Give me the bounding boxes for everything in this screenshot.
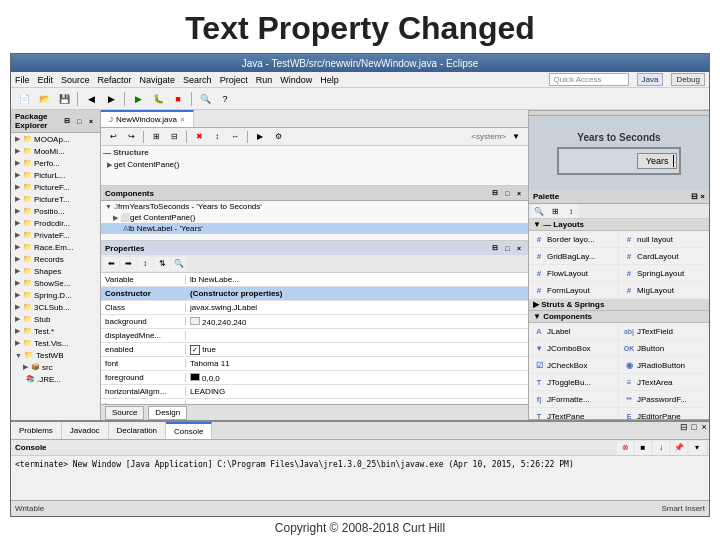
bottom-tab-problems[interactable]: Problems <box>11 422 62 439</box>
palette-item-jtextfield[interactable]: ab| JTextField <box>619 323 709 340</box>
console-scroll-btn[interactable]: ↓ <box>653 441 669 455</box>
maximize-icon[interactable]: □ <box>74 116 84 126</box>
palette-section-components[interactable]: ▼ Components <box>529 311 709 323</box>
console-menu-btn[interactable]: ▾ <box>689 441 705 455</box>
tree-item-picf[interactable]: ▶📁PictureF... <box>11 181 100 193</box>
comp-minimize[interactable]: ⊟ <box>490 188 500 198</box>
tree-item-testvis[interactable]: ▶📁Test.Vis... <box>11 337 100 349</box>
editor-tool-3[interactable]: ⊞ <box>148 130 164 144</box>
toolbar-forward-btn[interactable]: ▶ <box>102 90 120 108</box>
menu-navigate[interactable]: Navigate <box>140 75 176 85</box>
palette-minimize[interactable]: ⊟ <box>691 192 698 201</box>
palette-item-borderlayout[interactable]: # Border layo... <box>529 231 619 248</box>
editor-tool-4[interactable]: ⊟ <box>166 130 182 144</box>
quick-access-input[interactable]: Quick Access <box>549 73 629 86</box>
tree-item-show[interactable]: ▶📁ShowSe... <box>11 277 100 289</box>
palette-item-jcombobox[interactable]: ▾ JComboBox <box>529 340 619 357</box>
editor-tool-delete[interactable]: ✖ <box>191 130 207 144</box>
tree-item-testwb[interactable]: ▼📁TestWB <box>11 349 100 361</box>
tree-item-mooa[interactable]: ▶📁MOOAp... <box>11 133 100 145</box>
close-icon[interactable]: × <box>86 116 96 126</box>
toolbar-stop-btn[interactable]: ■ <box>169 90 187 108</box>
tree-item-pict[interactable]: ▶📁PictureT... <box>11 193 100 205</box>
tree-item-pos[interactable]: ▶📁Positio... <box>11 205 100 217</box>
palette-section-struts[interactable]: ▶ Struts & Springs <box>529 299 709 311</box>
source-tab-source[interactable]: Source <box>105 406 144 420</box>
toolbar-search-btn[interactable]: 🔍 <box>196 90 214 108</box>
menu-refactor[interactable]: Refactor <box>98 75 132 85</box>
tree-item-jre[interactable]: 📚.JRE... <box>11 373 100 385</box>
tree-item-moomi[interactable]: ▶📁MooMi... <box>11 145 100 157</box>
toolbar-new-btn[interactable]: 📄 <box>15 90 33 108</box>
prop-tool-3[interactable]: ↕ <box>137 257 153 271</box>
console-clear-btn[interactable]: ⊗ <box>617 441 633 455</box>
editor-tab-newwindow[interactable]: J NewWindow.java × <box>101 110 194 127</box>
bottom-minimize[interactable]: ⊟ <box>679 422 689 432</box>
editor-tool-5[interactable]: ↕ <box>209 130 225 144</box>
prop-maximize[interactable]: □ <box>502 243 512 253</box>
prop-tool-1[interactable]: ⬅ <box>103 257 119 271</box>
bottom-tab-console[interactable]: Console <box>166 422 212 439</box>
comp-close[interactable]: × <box>514 188 524 198</box>
palette-item-formlayout[interactable]: # FormLayout <box>529 282 619 299</box>
prop-row-background[interactable]: background 240,240,240 <box>101 315 528 329</box>
toolbar-debug-btn[interactable]: 🐛 <box>149 90 167 108</box>
menu-edit[interactable]: Edit <box>38 75 54 85</box>
console-pin-btn[interactable]: 📌 <box>671 441 687 455</box>
palette-item-jradiobutton[interactable]: ◉ JRadioButton <box>619 357 709 374</box>
tree-item-3cl[interactable]: ▶📁3CLSub... <box>11 301 100 313</box>
tree-item-picl[interactable]: ▶📁PicturL... <box>11 169 100 181</box>
palette-item-cardlayout[interactable]: # CardLayout <box>619 248 709 265</box>
tree-item-rec[interactable]: ▶📁Records <box>11 253 100 265</box>
prop-row-class[interactable]: Class javax.swing.JLabel <box>101 301 528 315</box>
toolbar-save-btn[interactable]: 💾 <box>55 90 73 108</box>
menu-window[interactable]: Window <box>280 75 312 85</box>
prop-row-displayedmne[interactable]: displayedMne... <box>101 329 528 343</box>
toolbar-help-btn[interactable]: ? <box>216 90 234 108</box>
tree-item-spring[interactable]: ▶📁Spring.D... <box>11 289 100 301</box>
tree-item-perf[interactable]: ▶📁Perfo... <box>11 157 100 169</box>
palette-item-jeditorpane[interactable]: E JEditorPane <box>619 408 709 420</box>
comp-item-frm[interactable]: ▼J frmYearsToSeconds - 'Years to Seconds… <box>101 201 528 212</box>
toolbar-open-btn[interactable]: 📂 <box>35 90 53 108</box>
palette-item-jlabel[interactable]: A JLabel <box>529 323 619 340</box>
tree-item-shapes[interactable]: ▶📁Shapes <box>11 265 100 277</box>
perspective-java[interactable]: Java <box>637 73 664 86</box>
palette-item-springlayout[interactable]: # SpringLayout <box>619 265 709 282</box>
comp-item-lb[interactable]: A lb NewLabel - 'Years' <box>101 223 528 234</box>
console-stop-btn[interactable]: ■ <box>635 441 651 455</box>
palette-item-jtextarea[interactable]: ≡ JTextArea <box>619 374 709 391</box>
comp-maximize[interactable]: □ <box>502 188 512 198</box>
source-tab-design[interactable]: Design <box>148 406 187 420</box>
menu-file[interactable]: File <box>15 75 30 85</box>
palette-close[interactable]: × <box>700 192 705 201</box>
perspective-debug[interactable]: Debug <box>671 73 705 86</box>
palette-item-flowlayout[interactable]: # FlowLayout <box>529 265 619 282</box>
editor-tool-2[interactable]: ↪ <box>123 130 139 144</box>
palette-item-miglayout[interactable]: # MigLayout <box>619 282 709 299</box>
prop-row-variable[interactable]: Variable lb NewLabe... <box>101 273 528 287</box>
menu-run[interactable]: Run <box>256 75 273 85</box>
prop-tool-2[interactable]: ➡ <box>120 257 136 271</box>
palette-item-jtogglebtn[interactable]: T JToggleBu... <box>529 374 619 391</box>
editor-tool-7[interactable]: ▶ <box>252 130 268 144</box>
editor-tool-6[interactable]: ↔ <box>227 130 243 144</box>
prop-row-foreground[interactable]: foreground 0,0,0 <box>101 371 528 385</box>
palette-item-gridbaglayout[interactable]: # GridBagLay... <box>529 248 619 265</box>
editor-tool-1[interactable]: ↩ <box>105 130 121 144</box>
enabled-checkbox[interactable]: ✓ <box>190 345 200 355</box>
palette-item-jtextpane[interactable]: T JTextPane <box>529 408 619 420</box>
palette-tool-1[interactable]: 🔍 <box>531 204 547 218</box>
menu-help[interactable]: Help <box>320 75 339 85</box>
comp-item-getcp[interactable]: ▶⬜ get ContentPane() <box>101 212 528 223</box>
palette-section-layouts[interactable]: ▼ — Layouts <box>529 219 709 231</box>
prop-tool-sort[interactable]: ⇅ <box>154 257 170 271</box>
menu-source[interactable]: Source <box>61 75 90 85</box>
palette-item-jformattedtf[interactable]: f| JFormatte... <box>529 391 619 408</box>
tree-item-race[interactable]: ▶📁Race.Em... <box>11 241 100 253</box>
palette-item-nulllayout[interactable]: # null layout <box>619 231 709 248</box>
prop-row-font[interactable]: font Tahoma 11 <box>101 357 528 371</box>
tree-item-src[interactable]: ▶📦src <box>11 361 100 373</box>
menu-search[interactable]: Search <box>183 75 212 85</box>
tree-item-stub[interactable]: ▶📁Stub <box>11 313 100 325</box>
